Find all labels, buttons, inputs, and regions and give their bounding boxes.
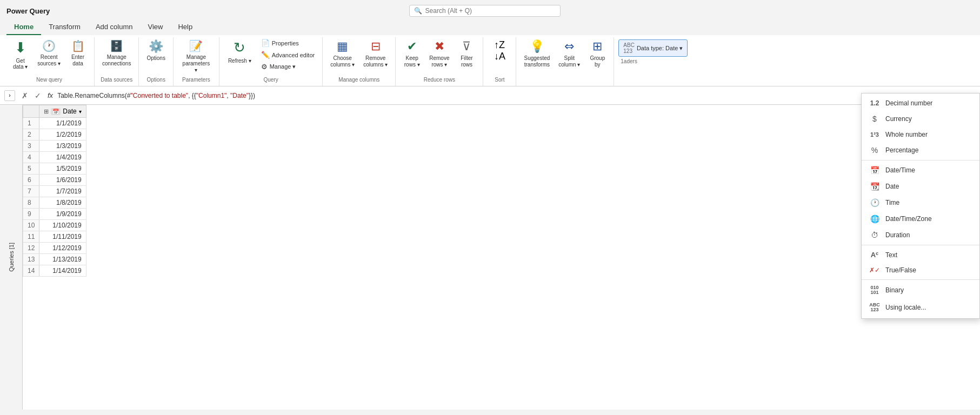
dropdown-item-using-locale[interactable]: ABC123 Using locale... — [862, 299, 979, 316]
separator-1 — [862, 160, 979, 160]
keep-rows-label: Keeprows ▾ — [404, 55, 420, 68]
dropdown-item-time[interactable]: 🕐 Time — [862, 195, 979, 211]
dropdown-item-whole-number[interactable]: 1²3 Whole number — [862, 127, 979, 142]
row-num: 1 — [23, 118, 39, 129]
dropdown-item-text[interactable]: Aᶜ Text — [862, 247, 979, 263]
recent-sources-icon: 🕐 — [42, 39, 56, 52]
table-row: 4 1/4/2019 — [23, 152, 86, 163]
search-icon: 🔍 — [414, 7, 422, 15]
split-column-label: Splitcolumn ▾ — [558, 55, 580, 68]
tab-view[interactable]: View — [141, 19, 171, 35]
split-column-button[interactable]: ⇔ Splitcolumn ▾ — [555, 37, 583, 70]
ribbon-group-options: ⚙️ Options Options — [139, 37, 173, 86]
table-row: 6 1/6/2019 — [23, 175, 86, 186]
data-type-label: Data type: Date ▾ — [637, 45, 683, 52]
suggested-transforms-button[interactable]: 💡 Suggestedtransforms — [521, 37, 553, 70]
column-dropdown-icon[interactable]: ▾ — [79, 109, 82, 115]
remove-columns-label: Removecolumns ▾ — [363, 55, 388, 68]
refresh-button[interactable]: ↻ Refresh ▾ — [224, 37, 256, 66]
dropdown-item-percentage[interactable]: % Percentage — [862, 142, 979, 158]
recent-sources-button[interactable]: 🕐 Recentsources ▾ — [34, 37, 64, 69]
column-type-icon: 📅 — [51, 108, 61, 115]
remove-rows-label: Removerows ▾ — [429, 55, 449, 68]
data-type-button[interactable]: ABC123 Data type: Date ▾ — [618, 39, 688, 57]
table-row: 14 1/14/2019 — [23, 265, 86, 277]
row-num: 10 — [23, 220, 39, 231]
sort-az-icon: ↑Z↓A — [494, 39, 505, 62]
table-col-header-date[interactable]: ⊞ 📅 Date ▾ — [39, 105, 86, 118]
dropdown-item-currency[interactable]: $ Currency — [862, 111, 979, 127]
recent-sources-label: Recentsources ▾ — [37, 54, 61, 67]
advanced-editor-button[interactable]: ✏️ Advanced editor — [258, 49, 318, 61]
table-row-num-header — [23, 105, 39, 118]
percentage-icon: % — [869, 146, 880, 155]
enter-data-button[interactable]: 📋 Enterdata — [66, 37, 90, 69]
advanced-editor-icon: ✏️ — [261, 51, 270, 59]
manage-icon: ⚙ — [261, 63, 268, 71]
row-value: 1/7/2019 — [39, 186, 86, 197]
remove-columns-button[interactable]: ⊟ Removecolumns ▾ — [360, 37, 391, 70]
date-icon: 📆 — [869, 182, 880, 191]
row-value: 1/5/2019 — [39, 163, 86, 175]
properties-button[interactable]: 📄 Properties — [258, 37, 318, 49]
keep-rows-icon: ✔ — [407, 39, 417, 53]
manage-button[interactable]: ⚙ Manage ▾ — [258, 61, 318, 72]
whole-number-icon: 1²3 — [869, 131, 880, 138]
group-by-label: Groupby — [590, 55, 605, 68]
text-label: Text — [885, 251, 972, 259]
get-data-button[interactable]: ⬇ Getdata ▾ — [9, 37, 32, 72]
table-container: ⊞ 📅 Date ▾ 1 1/1/2019 2 1/2/2019 3 1/3/2… — [23, 105, 980, 410]
row-num: 6 — [23, 175, 39, 186]
row-num: 14 — [23, 265, 39, 277]
tab-help[interactable]: Help — [170, 19, 200, 35]
suggested-transforms-icon: 💡 — [530, 39, 544, 53]
row-value: 1/2/2019 — [39, 129, 86, 140]
dropdown-item-duration[interactable]: ⏱ Duration — [862, 227, 979, 243]
data-sources-label: Data sources — [99, 76, 134, 84]
table-row: 10 1/10/2019 — [23, 220, 86, 231]
dropdown-item-decimal[interactable]: 1.2 Decimal number — [862, 96, 979, 111]
keep-rows-button[interactable]: ✔ Keeprows ▾ — [400, 37, 424, 70]
sort-az-button[interactable]: ↑Z↓A — [488, 37, 511, 64]
tab-home[interactable]: Home — [6, 19, 41, 35]
tab-transform[interactable]: Transform — [41, 19, 88, 35]
group-by-icon: ⊞ — [592, 39, 602, 53]
choose-columns-button[interactable]: ▦ Choosecolumns ▾ — [327, 37, 358, 70]
data-type-group-label — [618, 82, 688, 84]
datetime-icon: 📅 — [869, 166, 880, 175]
suggested-transforms-label: Suggestedtransforms — [524, 55, 550, 68]
dropdown-item-truefalse[interactable]: ✗✓ True/False — [862, 263, 979, 278]
get-data-label: Getdata ▾ — [13, 58, 28, 70]
search-bar[interactable]: 🔍 — [409, 5, 561, 17]
table-row: 13 1/13/2019 — [23, 254, 86, 265]
group-by-button[interactable]: ⊞ Groupby — [585, 37, 609, 70]
remove-rows-button[interactable]: ✖ Removerows ▾ — [426, 37, 452, 70]
filter-rows-button[interactable]: ⊽ Filterrows — [455, 37, 478, 70]
row-value: 1/6/2019 — [39, 175, 86, 186]
row-num: 4 — [23, 152, 39, 163]
search-input[interactable] — [425, 7, 556, 15]
formula-confirm-button[interactable]: ✓ — [32, 90, 43, 101]
dropdown-item-binary[interactable]: 010101 Binary — [862, 282, 979, 299]
duration-label: Duration — [885, 231, 972, 239]
manage-connections-button[interactable]: 🗄️ Manageconnections — [99, 37, 134, 69]
percentage-label: Percentage — [885, 146, 972, 154]
tab-add-column[interactable]: Add column — [88, 19, 141, 35]
options-button[interactable]: ⚙️ Options — [143, 37, 168, 64]
ribbon-group-data-sources: 🗄️ Manageconnections Data sources — [95, 37, 139, 86]
refresh-label: Refresh ▾ — [228, 58, 251, 64]
ribbon: ⬇ Getdata ▾ 🕐 Recentsources ▾ 📋 Enterdat… — [0, 35, 980, 86]
manage-parameters-button[interactable]: 📝 Manageparameters ▾ — [178, 37, 215, 76]
table-row: 12 1/12/2019 — [23, 243, 86, 254]
panel-toggle-button[interactable]: › — [4, 90, 15, 101]
row-value: 1/3/2019 — [39, 140, 86, 152]
remove-columns-icon: ⊟ — [371, 39, 381, 53]
decimal-label: Decimal number — [885, 99, 972, 107]
date-label: Date — [885, 183, 972, 190]
formula-cancel-button[interactable]: ✗ — [19, 90, 30, 101]
dropdown-item-date[interactable]: 📆 Date — [862, 178, 979, 195]
dropdown-item-datetimezone[interactable]: 🌐 Date/Time/Zone — [862, 211, 979, 227]
queries-panel[interactable]: Queries [1] — [0, 105, 23, 410]
dropdown-item-datetime[interactable]: 📅 Date/Time — [862, 162, 979, 178]
options-label: Options — [146, 55, 165, 62]
